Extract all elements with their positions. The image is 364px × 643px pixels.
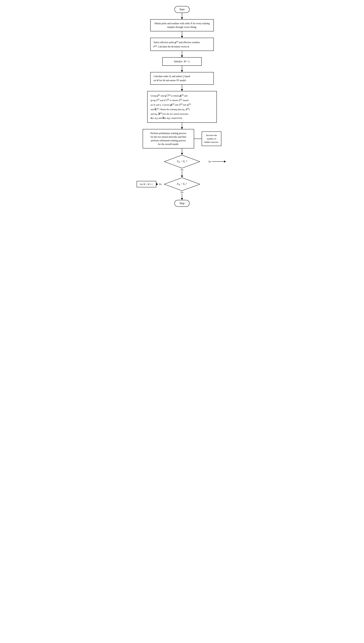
no2-label: No (159, 183, 162, 185)
increase-text: Increase the number of hidden neurons. (204, 134, 219, 143)
yes1-label: Yes (180, 168, 183, 171)
setM-box: Set M = M +1. (136, 181, 156, 187)
block6-row: Perform preliminary training process for… (136, 129, 228, 148)
block-5: Group p(k) and (p*)(k) to obtain p̂i(k) … (147, 91, 217, 123)
block-2: Select effective poles p(k) and effectiv… (150, 38, 214, 51)
block-1: Obtain poles and residues with order N f… (150, 19, 214, 31)
arrow-4 (181, 66, 183, 72)
stop-label: Stop (180, 202, 184, 205)
no1-label: No (208, 160, 211, 163)
decision2-label: ETs < Et ? (177, 182, 187, 186)
block2-text: Select effective poles p(k) and effectiv… (154, 41, 200, 48)
stop-node: Stop (174, 200, 190, 207)
arrow-head (181, 198, 183, 200)
no1-connector: No (208, 160, 226, 163)
arrow-line (182, 193, 182, 198)
arrow-line (182, 51, 182, 55)
no2-dot (158, 184, 158, 184)
block4-row: Calculate order Ni and subset Ii based o… (136, 72, 228, 85)
decision2-row: Set M = M +1. ETs < Et ? No (136, 177, 228, 191)
decision-1: ETr < Et ? (164, 155, 200, 168)
block-3: Initialize M = 2. (162, 57, 202, 66)
arrow-line (182, 148, 182, 153)
yes1-connector: Yes (180, 168, 183, 177)
decision1-label: ETr < Et ? (177, 160, 187, 163)
block6-text: Perform preliminary training process for… (150, 132, 186, 145)
arrow-line (182, 13, 182, 18)
arrow-head (181, 175, 183, 177)
arrow-head (181, 89, 183, 91)
arrow-line (182, 171, 182, 175)
h-connector-increase (194, 139, 202, 139)
side-increase-connector: Increase the number of hidden neurons. (194, 131, 221, 146)
no2-connector: No (158, 183, 163, 185)
arrow-head (181, 127, 183, 129)
no1-hline (212, 161, 224, 162)
block5-text: Group p(k) and (p*)(k) to obtain p̂i(k) … (150, 95, 191, 119)
decision1-row: ETr < Et ? No (136, 155, 228, 168)
yes2-label: Yes (180, 191, 183, 193)
arrow-head (181, 18, 183, 19)
arrow-line (182, 85, 182, 89)
decision-2: ETs < Et ? (164, 177, 200, 191)
arrow-head (181, 153, 183, 155)
block3-text: Initialize M = 2. (174, 60, 190, 63)
increase-box: Increase the number of hidden neurons. (202, 131, 221, 146)
setM-left: Set M = M +1. (136, 181, 158, 187)
arrow-8 (181, 171, 183, 177)
arrow-7 (181, 148, 183, 155)
arrow-6 (181, 123, 183, 129)
setM-text: Set M = M +1. (140, 183, 153, 185)
start-node: Start (174, 6, 190, 13)
block4-text: Calculate order Ni and subset Ii based o… (154, 75, 190, 82)
loop-anchor (181, 66, 183, 72)
arrow-5 (181, 85, 183, 91)
arrow-head (181, 36, 183, 38)
arrow-3 (181, 51, 183, 57)
arrow-1 (181, 13, 183, 19)
block1-text: Obtain poles and residues with order N f… (154, 22, 210, 28)
block-4: Calculate order Ni and subset Ii based o… (150, 72, 214, 85)
arrow-line (182, 31, 182, 36)
arrow-line (182, 123, 182, 127)
arrow-head (181, 55, 183, 57)
arrow-2 (181, 31, 183, 38)
start-label: Start (180, 8, 184, 11)
no1-arrowhead (224, 160, 226, 163)
flowchart: Start Obtain poles and residues with ord… (136, 6, 228, 207)
yes2-connector: Yes (180, 191, 183, 200)
block-6: Perform preliminary training process for… (143, 129, 194, 148)
arrow-9 (181, 193, 183, 200)
arrow-head (181, 70, 183, 72)
arrow-line (182, 66, 182, 70)
